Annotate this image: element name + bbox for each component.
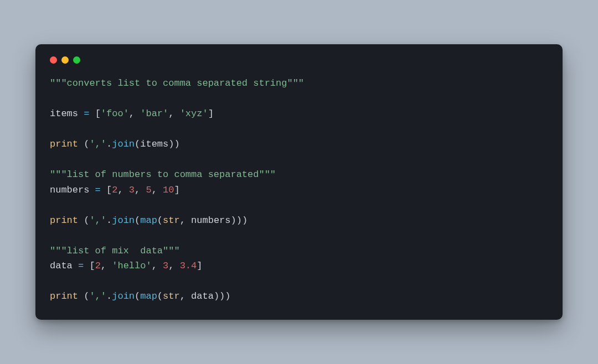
docstring: """converts list to comma separated stri… (50, 78, 304, 89)
window-titlebar (50, 56, 548, 76)
bracket: [ (89, 261, 95, 271)
number: 3 (163, 261, 168, 271)
comma: , (180, 291, 191, 301)
builtin-map: map (140, 215, 157, 226)
number: 2 (95, 261, 101, 271)
comma: , (180, 215, 191, 226)
method-join: join (112, 291, 135, 301)
string: ',' (89, 139, 106, 149)
space (78, 215, 84, 226)
number: 10 (163, 185, 174, 195)
string: 'bar' (140, 108, 168, 119)
builtin-map: map (140, 291, 157, 301)
operator: = (89, 185, 106, 195)
comma: , (135, 185, 146, 195)
operator: = (78, 108, 95, 119)
number: 3.4 (180, 261, 197, 271)
space (78, 291, 84, 301)
bracket: [ (106, 185, 112, 195)
builtin-str: str (163, 291, 180, 301)
bracket: ] (174, 185, 179, 195)
number: 5 (146, 185, 151, 195)
bracket: ] (208, 108, 214, 119)
builtin-print: print (50, 215, 78, 226)
paren: ) (219, 291, 225, 301)
paren: ) (236, 215, 242, 226)
identifier: numbers (50, 185, 89, 195)
paren: ( (84, 139, 89, 149)
paren: ( (84, 215, 89, 226)
method-join: join (112, 139, 135, 149)
number: 2 (112, 185, 117, 195)
space (78, 139, 84, 149)
paren: ) (242, 215, 248, 226)
builtin-print: print (50, 139, 78, 149)
docstring: """list of mix data""" (50, 246, 180, 256)
paren: ( (135, 291, 140, 301)
comma: , (152, 185, 163, 195)
identifier: items (50, 108, 78, 119)
paren: ) (214, 291, 219, 301)
comma: , (168, 261, 179, 271)
number: 3 (129, 185, 135, 195)
close-icon[interactable] (50, 56, 57, 64)
string: 'hello' (112, 261, 151, 271)
paren: ) (174, 139, 179, 149)
minimize-icon[interactable] (61, 56, 69, 64)
identifier: numbers (191, 215, 230, 226)
paren: ( (84, 291, 89, 301)
paren: ) (231, 215, 236, 226)
zoom-icon[interactable] (73, 56, 80, 64)
identifier: data (50, 261, 73, 271)
code-block: """converts list to comma separated stri… (50, 76, 548, 304)
bracket: [ (95, 108, 101, 119)
paren: ( (135, 139, 140, 149)
string: 'foo' (101, 108, 129, 119)
paren: ( (157, 215, 163, 226)
paren: ( (157, 291, 163, 301)
identifier: data (191, 291, 214, 301)
builtin-str: str (163, 215, 180, 226)
string: ',' (89, 291, 106, 301)
string: ',' (89, 215, 106, 226)
comma: , (117, 185, 128, 195)
docstring: """list of numbers to comma separated""" (50, 169, 276, 180)
dot: . (106, 291, 112, 301)
operator: = (73, 261, 90, 271)
comma: , (101, 261, 112, 271)
dot: . (106, 215, 112, 226)
dot: . (106, 139, 112, 149)
comma: , (129, 108, 140, 119)
paren: ( (135, 215, 140, 226)
comma: , (168, 108, 179, 119)
paren: ) (168, 139, 174, 149)
builtin-print: print (50, 291, 78, 301)
method-join: join (112, 215, 135, 226)
comma: , (152, 261, 163, 271)
string: 'xyz' (180, 108, 208, 119)
paren: ) (225, 291, 230, 301)
identifier: items (140, 139, 168, 149)
bracket: ] (197, 261, 202, 271)
code-window: """converts list to comma separated stri… (35, 44, 563, 320)
